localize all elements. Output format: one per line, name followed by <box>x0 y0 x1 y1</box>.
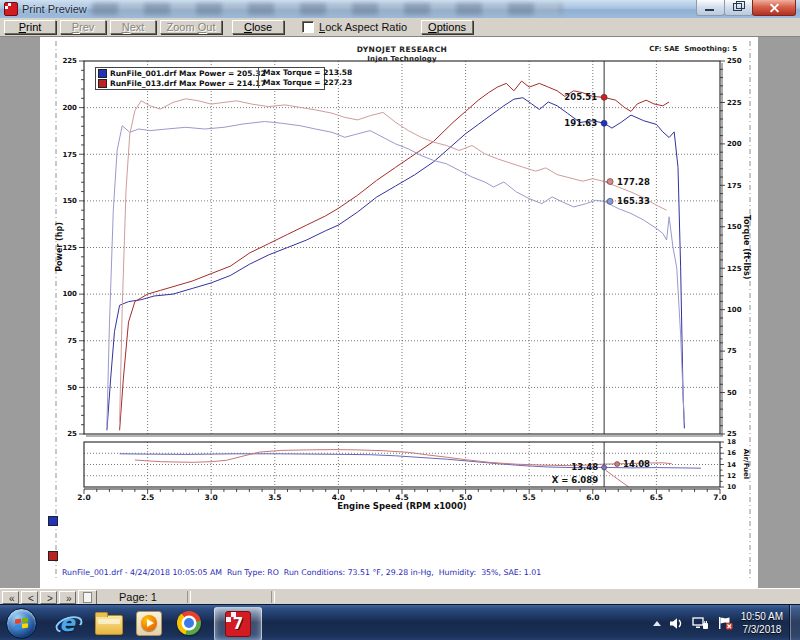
svg-text:150: 150 <box>727 223 742 231</box>
last-page-button[interactable]: » <box>59 591 76 604</box>
speaker-icon <box>669 617 684 630</box>
internet-explorer-icon: e <box>59 610 75 636</box>
cursor-marker <box>615 462 620 467</box>
network-icon <box>692 617 709 630</box>
document-icon <box>83 592 92 603</box>
series-af_RunFile_013_tail <box>606 470 629 487</box>
cursor-value-label: 13.48 <box>571 462 598 472</box>
prev-button[interactable]: Prev <box>60 20 106 34</box>
svg-text:75: 75 <box>727 347 737 355</box>
cursor-marker <box>601 120 607 126</box>
svg-text:6.0: 6.0 <box>586 493 599 502</box>
start-button[interactable] <box>6 608 37 639</box>
media-player-icon <box>136 611 162 636</box>
window-title: Print Preview <box>22 3 87 15</box>
svg-text:6.5: 6.5 <box>650 493 663 502</box>
folder-icon <box>95 615 123 635</box>
svg-text:50: 50 <box>727 389 737 397</box>
first-page-button[interactable]: « <box>2 591 19 604</box>
main-series <box>107 81 685 430</box>
legend-swatch-red <box>98 79 107 88</box>
close-window-button[interactable] <box>752 0 796 16</box>
svg-text:2.5: 2.5 <box>141 493 154 502</box>
lock-aspect-ratio-checkbox[interactable] <box>302 21 314 33</box>
svg-text:250: 250 <box>727 57 742 65</box>
dynojet-winpep-icon <box>225 611 251 637</box>
svg-text:10: 10 <box>727 483 737 491</box>
svg-text:2.0: 2.0 <box>77 493 90 502</box>
options-button[interactable]: Options <box>421 20 473 34</box>
svg-text:16: 16 <box>727 449 737 457</box>
tray-action-center-button[interactable] <box>717 616 733 630</box>
taskbar-ie-button[interactable]: e <box>50 610 84 636</box>
statusbar-separator <box>187 591 191 603</box>
chart-legend: RunFile_001.drf Max Power = 205.32 Max T… <box>95 67 325 90</box>
svg-text:200: 200 <box>727 140 742 148</box>
print-button[interactable]: Print <box>4 20 56 34</box>
close-icon <box>770 3 779 12</box>
cursor-value-label: 205.51 <box>564 92 597 102</box>
series-af_RunFile_001 <box>120 454 701 468</box>
show-desktop-button[interactable] <box>789 605 800 640</box>
action-center-flag-icon <box>717 616 733 630</box>
svg-text:25: 25 <box>727 430 737 438</box>
main-cursor: 205.51191.63177.28165.33 <box>564 61 650 434</box>
cursor-marker <box>601 94 607 100</box>
legend-run2-power: RunFile_013.drf Max Power = 214.17 <box>110 79 258 88</box>
x-axis-title: Engine Speed (RPM x1000) <box>337 501 467 511</box>
restore-icon <box>733 3 742 11</box>
clock-time: 10:50 AM <box>741 610 783 623</box>
chrome-icon <box>177 611 201 635</box>
redacted-title-text <box>92 3 562 15</box>
title-bar[interactable]: Print Preview <box>0 0 800 19</box>
svg-text:50: 50 <box>67 384 77 392</box>
taskbar-wmp-button[interactable] <box>132 610 166 636</box>
svg-text:175: 175 <box>62 151 77 159</box>
page-setup-button[interactable] <box>78 590 97 605</box>
screen: Print Preview Print Prev Next Zoom Out C… <box>0 0 800 640</box>
svg-text:3.5: 3.5 <box>268 493 281 502</box>
tray-hidden-icons-button[interactable] <box>653 621 661 626</box>
cursor-value-label: 14.08 <box>623 459 650 469</box>
close-button[interactable]: Close <box>232 20 284 34</box>
cursor-marker <box>607 179 613 185</box>
series-torque_RunFile_013 <box>120 99 667 423</box>
cursor-value-label: 165.33 <box>617 196 650 206</box>
tray-volume-button[interactable] <box>669 617 684 630</box>
cursor-marker <box>602 465 607 470</box>
cursor-marker <box>607 198 613 204</box>
svg-text:150: 150 <box>62 197 77 205</box>
windows-logo-icon <box>14 617 29 630</box>
main-grid <box>84 61 720 434</box>
zoom-out-button[interactable]: Zoom Out <box>160 20 222 34</box>
legend-run1-torque: Max Torque = 213.58 <box>258 68 352 78</box>
legend-row-2: RunFile_013.drf Max Power = 214.17 Max T… <box>96 78 324 88</box>
print-preview-toolbar: Print Prev Next Zoom Out Close Lock Aspe… <box>0 18 800 37</box>
taskbar-explorer-button[interactable] <box>92 610 126 636</box>
taskbar-dynojet-button-active[interactable] <box>214 607 262 640</box>
svg-text:225: 225 <box>62 57 77 65</box>
prev-page-button[interactable]: < <box>21 591 38 604</box>
taskbar: e <box>0 604 800 640</box>
run2-color-swatch <box>48 551 58 561</box>
legend-run1-power: RunFile_001.drf Max Power = 205.32 <box>110 69 258 78</box>
taskbar-chrome-button[interactable] <box>172 610 206 636</box>
svg-text:175: 175 <box>727 182 742 190</box>
cursor-x-label: X = 6.089 <box>552 475 599 485</box>
next-button[interactable]: Next <box>110 20 156 34</box>
tray-network-button[interactable] <box>692 617 709 630</box>
svg-text:225: 225 <box>727 99 742 107</box>
svg-text:125: 125 <box>62 244 77 252</box>
svg-text:14: 14 <box>727 461 737 469</box>
svg-text:75: 75 <box>67 337 77 345</box>
restore-button[interactable] <box>724 0 753 16</box>
legend-swatch-blue <box>98 69 107 78</box>
minimize-button[interactable] <box>696 0 725 16</box>
next-page-button[interactable]: > <box>40 591 57 604</box>
svg-text:5.5: 5.5 <box>523 493 536 502</box>
tray-clock[interactable]: 10:50 AM 7/3/2018 <box>741 610 783 636</box>
af-series <box>120 450 701 487</box>
svg-text:3.0: 3.0 <box>205 493 218 502</box>
series-power_RunFile_001 <box>107 98 685 431</box>
power-axis-label: Power (hp) <box>55 222 64 272</box>
